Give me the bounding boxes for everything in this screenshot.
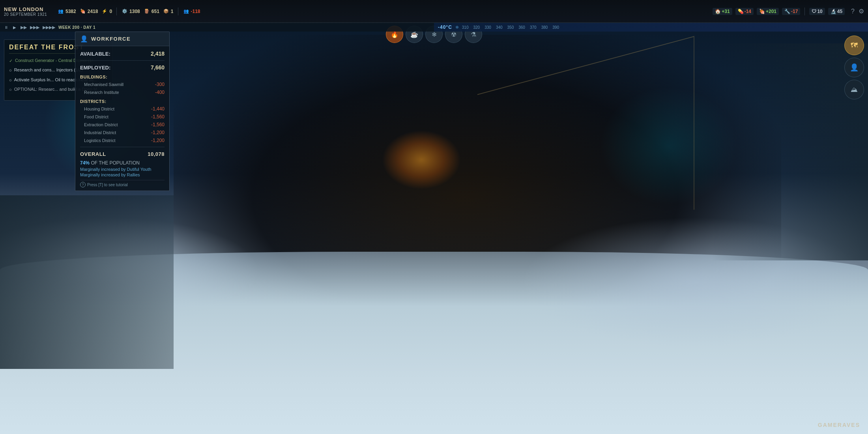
top-right-stats: 🏠 +31 💊 -14 🍖 +201 🔧 -17 🛡 10 🔬 45 ? ⚙	[713, 7, 864, 15]
modifier-1[interactable]: Marginally increased by Dutiful Youth	[80, 166, 165, 172]
parts-icon: ⚙️	[121, 8, 128, 15]
map-overview-button[interactable]: 🗺	[844, 36, 864, 55]
district-value-1: -1,560	[151, 114, 165, 120]
watermark: GAMERAVES	[818, 422, 860, 428]
workforce-header-icon: 👤	[80, 35, 88, 43]
available-label: AVAILABLE:	[80, 51, 110, 57]
percent-value: 74%	[80, 160, 90, 166]
district-name-0: Housing District	[80, 107, 114, 111]
terrain-button[interactable]: ⛰	[844, 80, 864, 99]
center-res-icon: 👥	[183, 8, 190, 15]
health-icon: ⚡	[101, 8, 108, 15]
health-stat[interactable]: 💊 -14	[735, 8, 754, 15]
district-row-0: Housing District -1,440	[80, 105, 165, 113]
res-separator-2	[178, 7, 178, 15]
district-value-0: -1,440	[151, 106, 165, 112]
temperature-value: -40°C	[438, 24, 452, 30]
goods-icon: 📦	[163, 8, 170, 15]
goods-resource[interactable]: 📦 1	[163, 8, 174, 15]
topright-icons: ? ⚙	[851, 7, 864, 15]
workforce-header: 👤 WORKFORCE	[75, 32, 169, 46]
center-resource[interactable]: 👥 -118	[183, 8, 200, 15]
building-value-1: -400	[155, 90, 165, 95]
modifier-2[interactable]: Marginally increased by Rallies	[80, 172, 165, 178]
food-stat-icon: 🍖	[759, 9, 765, 14]
food-resource[interactable]: 🍖 2418	[79, 8, 98, 15]
parts-value: 1308	[129, 9, 140, 14]
food-value: 2418	[88, 9, 98, 14]
city-name: NEW LONDON	[4, 6, 51, 12]
pause-button[interactable]: ⏸	[3, 25, 9, 30]
percent-text: OF THE POPULATION	[91, 160, 140, 166]
quest-text-1: Research and cons... Injectors (1/2)	[14, 67, 83, 73]
employed-label: EMPLOYED:	[80, 65, 110, 71]
fast-button[interactable]: ▶▶	[20, 24, 28, 30]
speed-controls: ▶▶ ▶▶▶ ▶▶▶▶	[20, 24, 56, 30]
help-button[interactable]: ?	[851, 8, 855, 15]
fire-glow	[382, 130, 461, 189]
available-value: 2,418	[151, 51, 165, 57]
city-date: 20 SEPTEMBER 1921	[4, 12, 51, 17]
food-stat[interactable]: 🍖 +201	[757, 8, 779, 15]
districts-header: DISTRICTS:	[80, 98, 165, 105]
employed-row: EMPLOYED: 7,660	[80, 63, 165, 72]
temp-scale: 310 320 330 340 350 360 370 380 390	[462, 25, 559, 30]
controls-bar: ⏸ ▶ ▶▶ ▶▶▶ ▶▶▶▶ WEEK 200 · DAY 1	[0, 23, 434, 32]
resources-bar: 👥 5382 🍖 2418 ⚡ 0 ⚙️ 1308 🪵 651 📦 1	[57, 7, 713, 15]
sep-right	[804, 7, 805, 15]
tech-stat[interactable]: 🔬 45	[828, 8, 845, 15]
parts-stat-icon: 🔧	[784, 9, 790, 14]
population-button[interactable]: 👤	[844, 58, 864, 77]
buildings-label: BUILDINGS:	[80, 75, 107, 79]
fastest-button[interactable]: ▶▶▶▶	[42, 24, 56, 30]
goods-value: 1	[171, 9, 174, 14]
building-value-0: -300	[155, 82, 165, 87]
right-controls: 🗺 👤 ⛰	[844, 36, 864, 99]
district-name-3: Industrial District	[80, 130, 116, 135]
play-button[interactable]: ▶	[12, 25, 17, 30]
week-info: WEEK 200 · DAY 1	[58, 25, 95, 30]
tech-icon: 🔬	[831, 9, 836, 14]
wood-resource[interactable]: 🪵 651	[143, 8, 159, 15]
buildings-header: BUILDINGS:	[80, 73, 165, 80]
parts-resource[interactable]: ⚙️ 1308	[121, 8, 140, 15]
building-name-0: Mechanised Sawmill	[80, 82, 123, 87]
hint-text: Press [T] to see tutorial	[87, 183, 128, 187]
parts-stat[interactable]: 🔧 -17	[782, 8, 800, 15]
temp-icon: ❄	[455, 25, 459, 30]
health-resource[interactable]: ⚡ 0	[101, 8, 112, 15]
people-icon: 👥	[57, 8, 64, 15]
tutorial-hint: ? Press [T] to see tutorial	[80, 180, 165, 187]
settings-button[interactable]: ⚙	[859, 7, 864, 15]
health-value: 0	[109, 9, 112, 14]
wf-div-1	[80, 60, 165, 61]
overall-label: OVERALL	[80, 151, 106, 157]
shelter-stat[interactable]: 🏠 +31	[713, 8, 732, 15]
building-row-1: Research Institute -400	[80, 88, 165, 96]
people-value: 5382	[65, 9, 76, 14]
res-separator-1	[116, 7, 117, 15]
district-value-2: -1,560	[151, 122, 165, 127]
center-res-value: -118	[191, 9, 200, 14]
city-info: NEW LONDON 20 SEPTEMBER 1921	[4, 6, 51, 17]
available-row: AVAILABLE: 2,418	[80, 49, 165, 58]
district-row-1: Food District -1,560	[80, 113, 165, 121]
wf-div-2	[80, 147, 165, 147]
district-row-4: Logistics District -1,200	[80, 137, 165, 144]
building-name-1: Research Institute	[80, 90, 119, 95]
district-name-4: Logistics District	[80, 138, 115, 143]
overall-value: 10,078	[148, 151, 165, 157]
hint-icon: ?	[80, 182, 86, 187]
shelter-icon: 🏠	[715, 9, 721, 14]
district-value-4: -1,200	[151, 138, 165, 143]
workforce-panel: 👤 WORKFORCE AVAILABLE: 2,418 EMPLOYED: 7…	[75, 32, 170, 191]
quest-bullet-1: ○	[9, 67, 12, 73]
workforce-body: AVAILABLE: 2,418 EMPLOYED: 7,660 BUILDIN…	[75, 46, 169, 191]
people-resource[interactable]: 👥 5382	[57, 8, 76, 15]
faster-button[interactable]: ▶▶▶	[29, 24, 40, 30]
shield-icon: 🛡	[812, 9, 816, 14]
shield-stat[interactable]: 🛡 10	[809, 8, 825, 15]
population-percent: 74% OF THE POPULATION	[80, 159, 165, 166]
districts-label: DISTRICTS:	[80, 99, 107, 104]
food-icon: 🍖	[79, 8, 86, 15]
